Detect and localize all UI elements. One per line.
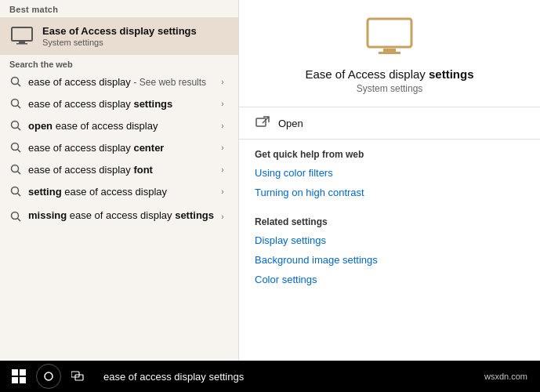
svg-rect-22 bbox=[12, 369, 18, 376]
svg-rect-2 bbox=[16, 43, 27, 45]
svg-rect-25 bbox=[20, 377, 26, 383]
search-text-3: open ease of access display bbox=[28, 120, 216, 132]
quick-help-link-1[interactable]: Using color filters bbox=[239, 163, 540, 183]
search-text-5: ease of access display font bbox=[28, 164, 216, 176]
related-link-2[interactable]: Background image settings bbox=[239, 250, 540, 270]
svg-point-26 bbox=[45, 372, 53, 380]
svg-rect-18 bbox=[383, 49, 396, 52]
svg-rect-17 bbox=[368, 19, 411, 47]
monitor-icon bbox=[9, 24, 34, 49]
bm-title-normal: Ease of Access display bbox=[42, 25, 154, 37]
chevron-icon-5: › bbox=[216, 163, 229, 176]
detail-title-bold: settings bbox=[429, 67, 474, 81]
svg-point-13 bbox=[12, 187, 19, 194]
best-match-text: Ease of Access display settings System s… bbox=[42, 25, 197, 47]
search-icon-1 bbox=[9, 75, 22, 88]
system-tray-text: wsxdn.com bbox=[484, 372, 527, 381]
related-link-1[interactable]: Display settings bbox=[239, 230, 540, 250]
search-text-2: ease of access display settings bbox=[28, 98, 216, 110]
svg-rect-24 bbox=[12, 377, 18, 383]
search-text-4: ease of access display center bbox=[28, 142, 216, 154]
main-container: Best match Ease of Access display settin… bbox=[0, 0, 540, 361]
detail-header: Ease of Access display settings System s… bbox=[239, 0, 540, 107]
svg-rect-0 bbox=[12, 27, 32, 41]
chevron-icon-7: › bbox=[216, 210, 229, 223]
open-icon bbox=[255, 115, 270, 131]
chevron-icon-3: › bbox=[216, 119, 229, 132]
chevron-icon-6: › bbox=[216, 185, 229, 198]
search-icon-2 bbox=[9, 97, 22, 110]
see-results: - See web results bbox=[133, 77, 206, 88]
best-match-item[interactable]: Ease of Access display settings System s… bbox=[0, 17, 238, 55]
search-item-2[interactable]: ease of access display settings › bbox=[0, 93, 238, 114]
search-icon-6 bbox=[9, 185, 22, 198]
open-action[interactable]: Open bbox=[239, 107, 540, 140]
search-text-7: missing ease of access display settings bbox=[28, 209, 216, 223]
open-label: Open bbox=[278, 118, 303, 129]
taskbar-search-area[interactable] bbox=[91, 368, 478, 386]
best-match-title: Ease of Access display settings bbox=[42, 25, 197, 37]
cortana-button[interactable] bbox=[36, 364, 61, 389]
search-text-1: ease of access display - See web results bbox=[28, 76, 216, 88]
search-item-4[interactable]: ease of access display center › bbox=[0, 136, 238, 158]
search-web-label: Search the web bbox=[0, 55, 238, 71]
taskbar-search-input[interactable] bbox=[97, 368, 478, 386]
best-match-label: Best match bbox=[0, 0, 238, 17]
svg-rect-23 bbox=[20, 369, 26, 376]
search-item-7[interactable]: missing ease of access display settings … bbox=[0, 202, 238, 229]
svg-point-11 bbox=[12, 165, 19, 172]
svg-rect-1 bbox=[19, 42, 25, 43]
taskbar-right-area: wsxdn.com bbox=[478, 372, 534, 381]
quick-help-title: Get quick help from web bbox=[239, 140, 540, 163]
svg-rect-19 bbox=[379, 52, 400, 54]
svg-point-9 bbox=[12, 143, 19, 151]
svg-point-15 bbox=[12, 212, 19, 220]
start-button[interactable] bbox=[6, 364, 31, 389]
search-icon-7 bbox=[9, 210, 22, 223]
svg-point-3 bbox=[12, 78, 19, 85]
search-item-5[interactable]: ease of access display font › bbox=[0, 158, 238, 180]
detail-title: Ease of Access display settings bbox=[305, 67, 473, 81]
search-item-3[interactable]: open ease of access display › bbox=[0, 114, 238, 136]
taskbar: wsxdn.com bbox=[0, 361, 540, 392]
svg-line-14 bbox=[18, 194, 21, 197]
related-link-3[interactable]: Color settings bbox=[239, 270, 540, 289]
bm-title-bold: settings bbox=[154, 25, 196, 37]
search-text-6: setting ease of access display bbox=[28, 186, 216, 198]
best-match-subtitle: System settings bbox=[42, 38, 197, 47]
svg-line-6 bbox=[18, 106, 21, 109]
search-icon-4 bbox=[9, 141, 22, 154]
search-item-6[interactable]: setting ease of access display › bbox=[0, 180, 238, 202]
right-panel: Ease of Access display settings System s… bbox=[239, 0, 540, 361]
chevron-icon-1: › bbox=[216, 75, 229, 88]
left-panel: Best match Ease of Access display settin… bbox=[0, 0, 239, 361]
svg-line-12 bbox=[18, 172, 21, 175]
svg-line-10 bbox=[18, 150, 21, 153]
chevron-icon-4: › bbox=[216, 141, 229, 154]
search-icon-5 bbox=[9, 163, 22, 176]
svg-line-4 bbox=[18, 84, 21, 87]
task-view-button[interactable] bbox=[66, 364, 91, 389]
detail-monitor-icon bbox=[364, 16, 415, 60]
svg-rect-20 bbox=[256, 118, 266, 126]
detail-subtitle: System settings bbox=[357, 83, 423, 94]
related-settings-title: Related settings bbox=[239, 207, 540, 230]
quick-help-link-2[interactable]: Turning on high contrast bbox=[239, 183, 540, 202]
search-item-1[interactable]: ease of access display - See web results… bbox=[0, 71, 238, 93]
svg-point-5 bbox=[12, 100, 19, 107]
svg-line-8 bbox=[18, 128, 21, 131]
search-icon-3 bbox=[9, 119, 22, 132]
chevron-icon-2: › bbox=[216, 97, 229, 110]
svg-line-16 bbox=[18, 219, 21, 222]
svg-point-7 bbox=[12, 122, 19, 129]
